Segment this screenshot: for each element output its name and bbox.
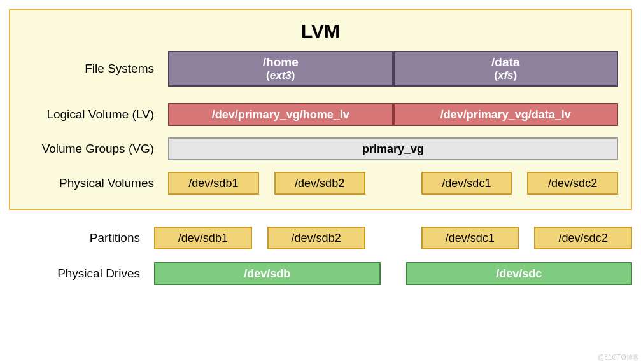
logical-volume-row: Logical Volume (LV) /dev/primary_vg/home… bbox=[23, 103, 618, 126]
lvm-container: LVM File Systems /home (ext3) /data (xfs… bbox=[9, 9, 632, 210]
filesystem-data: /data (xfs) bbox=[393, 51, 619, 87]
volume-group-label: Volume Groups (VG) bbox=[23, 142, 168, 156]
pv-sdc1: /dev/sdc1 bbox=[421, 172, 512, 195]
diagram-title: LVM bbox=[23, 20, 618, 42]
file-systems-label: File Systems bbox=[23, 62, 168, 76]
physical-volumes-row: Physical Volumes /dev/sdb1 /dev/sdb2 /de… bbox=[23, 172, 618, 195]
filesystem-mount: /home bbox=[263, 55, 299, 69]
partitions-label: Partitions bbox=[9, 231, 154, 245]
pd-sdc: /dev/sdc bbox=[406, 262, 633, 285]
partitions-row: Partitions /dev/sdb1 /dev/sdb2 /dev/sdc1… bbox=[9, 227, 632, 249]
lv-home: /dev/primary_vg/home_lv bbox=[168, 103, 393, 126]
filesystem-type: (xfs) bbox=[494, 69, 517, 82]
pv-sdc2: /dev/sdc2 bbox=[527, 172, 618, 195]
filesystem-mount: /data bbox=[491, 55, 519, 69]
physical-drives-row: Physical Drives /dev/sdb /dev/sdc bbox=[9, 262, 632, 285]
watermark: @51CTO博客 bbox=[598, 353, 640, 362]
part-cluster-2: /dev/sdc1 /dev/sdc2 bbox=[421, 227, 633, 249]
part-cluster-1: /dev/sdb1 /dev/sdb2 bbox=[154, 227, 365, 249]
pv-cluster-1: /dev/sdb1 /dev/sdb2 bbox=[168, 172, 365, 195]
part-sdb2: /dev/sdb2 bbox=[267, 227, 365, 249]
outside-container: Partitions /dev/sdb1 /dev/sdb2 /dev/sdc1… bbox=[9, 210, 632, 285]
part-sdc1: /dev/sdc1 bbox=[421, 227, 519, 249]
part-sdc2: /dev/sdc2 bbox=[534, 227, 632, 249]
volume-group-row: Volume Groups (VG) primary_vg bbox=[23, 137, 618, 160]
physical-volumes-label: Physical Volumes bbox=[23, 176, 168, 190]
part-sdb1: /dev/sdb1 bbox=[154, 227, 252, 249]
vg-primary: primary_vg bbox=[168, 137, 618, 160]
filesystem-type: (ext3) bbox=[266, 69, 295, 82]
filesystem-home: /home (ext3) bbox=[168, 51, 393, 87]
pv-sdb2: /dev/sdb2 bbox=[274, 172, 365, 195]
logical-volume-label: Logical Volume (LV) bbox=[23, 108, 168, 122]
pv-cluster-2: /dev/sdc1 /dev/sdc2 bbox=[421, 172, 619, 195]
file-systems-row: File Systems /home (ext3) /data (xfs) bbox=[23, 51, 618, 87]
pv-sdb1: /dev/sdb1 bbox=[168, 172, 259, 195]
pd-sdb: /dev/sdb bbox=[154, 262, 381, 285]
physical-drives-label: Physical Drives bbox=[9, 267, 154, 281]
lv-data: /dev/primary_vg/data_lv bbox=[393, 103, 619, 126]
